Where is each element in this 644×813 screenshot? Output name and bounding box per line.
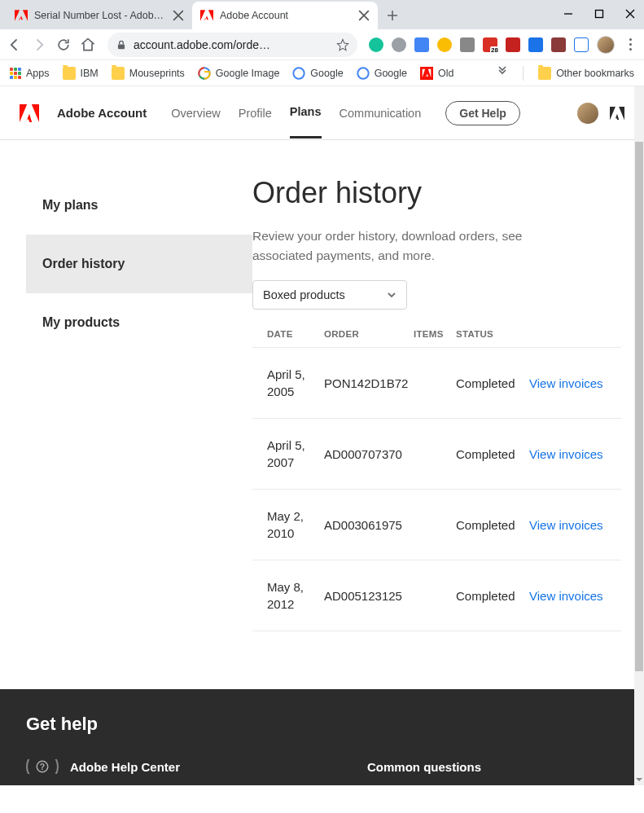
- profile-avatar[interactable]: [597, 36, 615, 54]
- get-help-button[interactable]: Get Help: [445, 101, 520, 125]
- sidebar-item-my-products[interactable]: My products: [26, 293, 252, 352]
- extension-icon[interactable]: [574, 37, 589, 52]
- reload-button[interactable]: [55, 37, 72, 53]
- cell-order: AD000707370: [324, 447, 414, 461]
- forward-button[interactable]: [31, 37, 47, 53]
- bookmark-item[interactable]: Old: [420, 67, 453, 80]
- product-filter-dropdown[interactable]: Boxed products: [252, 280, 407, 310]
- bookmarks-bar: Apps IBM Mouseprints Google Image Google…: [0, 60, 644, 86]
- sidebar-item-my-plans[interactable]: My plans: [26, 176, 252, 235]
- bookmark-label: Other bookmarks: [556, 68, 634, 79]
- footer-label: Common questions: [367, 760, 481, 774]
- page-viewport: Adobe Account Overview Profile Plans Com…: [0, 86, 644, 785]
- close-icon[interactable]: [358, 10, 370, 21]
- adobe-favicon-icon: [15, 9, 28, 22]
- cell-date: May 8, 2012: [267, 578, 324, 613]
- adobe-favicon-icon: [200, 9, 213, 22]
- google-icon: [357, 67, 370, 80]
- extension-icon[interactable]: [437, 37, 452, 52]
- bookmark-item[interactable]: Mouseprints: [112, 67, 185, 80]
- nav-profile[interactable]: Profile: [239, 89, 272, 138]
- orders-table: DATE ORDER ITEMS STATUS April 5, 2005 PO…: [252, 321, 621, 631]
- footer-title: Get help: [26, 714, 608, 735]
- scroll-down-icon[interactable]: [634, 774, 644, 785]
- cell-date: April 5, 2007: [267, 437, 324, 471]
- browser-toolbar: account.adobe.com/orde… 28: [0, 29, 644, 60]
- cell-status: Completed: [456, 518, 529, 532]
- browser-tab-active[interactable]: Adobe Account: [192, 2, 378, 29]
- folder-icon: [538, 67, 551, 80]
- extension-icon[interactable]: [528, 37, 543, 52]
- new-tab-button[interactable]: [381, 4, 404, 27]
- extension-icon[interactable]: [369, 37, 383, 52]
- main-content: My plans Order history My products Order…: [0, 140, 644, 631]
- bookmark-item[interactable]: Google: [292, 67, 343, 80]
- back-button[interactable]: [7, 37, 23, 53]
- adobe-mark-icon[interactable]: [610, 107, 624, 120]
- svg-rect-0: [596, 11, 603, 18]
- dropdown-label: Boxed products: [263, 288, 345, 301]
- brand-title: Adobe Account: [57, 106, 147, 120]
- column-order: ORDER: [324, 329, 414, 339]
- vertical-scrollbar[interactable]: [634, 86, 644, 785]
- address-bar[interactable]: account.adobe.com/orde…: [107, 33, 357, 57]
- close-window-button[interactable]: [623, 7, 637, 21]
- svg-point-3: [294, 68, 304, 78]
- apps-grid-icon: [10, 68, 21, 79]
- footer-label: Adobe Help Center: [70, 760, 180, 774]
- page-title: Order history: [252, 176, 621, 210]
- bookmark-item[interactable]: Google: [357, 67, 407, 80]
- bookmark-item[interactable]: IBM: [63, 67, 99, 80]
- extension-icon[interactable]: [551, 37, 566, 52]
- cell-status: Completed: [456, 447, 529, 461]
- other-bookmarks[interactable]: Other bookmarks: [538, 67, 634, 80]
- folder-icon: [112, 67, 125, 80]
- sidebar: My plans Order history My products: [0, 176, 252, 631]
- view-invoices-link[interactable]: View invoices: [529, 589, 603, 603]
- window-controls: [530, 0, 644, 28]
- bookmark-label: Google: [375, 68, 407, 79]
- view-invoices-link[interactable]: View invoices: [529, 376, 603, 390]
- apps-button[interactable]: Apps: [10, 68, 50, 79]
- view-invoices-link[interactable]: View invoices: [529, 518, 603, 532]
- content-area: Order history Review your order history,…: [252, 176, 644, 631]
- google-icon: [292, 67, 305, 80]
- home-button[interactable]: [80, 37, 96, 53]
- bookmark-label: Apps: [26, 68, 50, 79]
- maximize-button[interactable]: [592, 7, 607, 21]
- scrollbar-thumb[interactable]: [635, 142, 643, 671]
- bookmark-label: IBM: [81, 68, 99, 79]
- browser-tab-inactive[interactable]: Serial Number Lost - Adobe Supp: [7, 2, 192, 29]
- extension-icon[interactable]: [392, 37, 406, 52]
- adobe-logo-icon: [20, 104, 39, 122]
- extension-icon[interactable]: 28: [483, 37, 497, 52]
- view-invoices-link[interactable]: View invoices: [529, 447, 603, 461]
- cell-date: May 2, 2010: [267, 508, 324, 542]
- footer-help-center[interactable]: ? Adobe Help Center: [26, 759, 180, 774]
- bookmark-item[interactable]: Google Image: [198, 67, 280, 80]
- nav-communication[interactable]: Communication: [340, 89, 422, 138]
- cell-date: April 5, 2005: [267, 366, 324, 400]
- table-header: DATE ORDER ITEMS STATUS: [252, 321, 621, 348]
- footer: Get help ? Adobe Help Center Common ques…: [0, 689, 634, 785]
- table-row: April 5, 2005 PON142D1B72 Completed View…: [252, 348, 621, 419]
- svg-rect-5: [420, 67, 433, 80]
- user-avatar[interactable]: [577, 103, 598, 124]
- bookmarks-overflow-icon[interactable]: [497, 66, 508, 80]
- bookmark-star-icon[interactable]: [336, 38, 349, 51]
- extension-icon[interactable]: [460, 37, 475, 52]
- svg-text:?: ?: [40, 762, 45, 771]
- bookmark-label: Google Image: [216, 68, 280, 79]
- extension-icon[interactable]: [506, 37, 520, 52]
- footer-common-questions[interactable]: Common questions: [367, 759, 481, 774]
- browser-menu-button[interactable]: [623, 37, 637, 52]
- nav-overview[interactable]: Overview: [171, 89, 220, 138]
- extension-icons: 28: [369, 37, 589, 52]
- sidebar-item-order-history[interactable]: Order history: [26, 235, 252, 293]
- cell-order: AD005123125: [324, 589, 414, 603]
- nav-plans[interactable]: Plans: [290, 87, 322, 138]
- close-icon[interactable]: [173, 10, 184, 21]
- table-row: April 5, 2007 AD000707370 Completed View…: [252, 419, 621, 490]
- minimize-button[interactable]: [561, 7, 576, 21]
- extension-icon[interactable]: [414, 37, 429, 52]
